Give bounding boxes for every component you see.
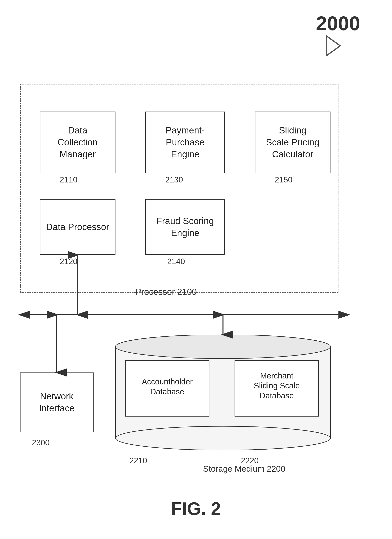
fraud-scoring-engine-box: Fraud ScoringEngine xyxy=(145,199,225,255)
figure-number: 2000 xyxy=(316,12,360,35)
sliding-scale-pricing-box: SlidingScale PricingCalculator xyxy=(255,111,330,173)
merchant-number: 2220 xyxy=(241,456,259,465)
arrow-icon xyxy=(324,34,348,58)
diagram-container: 2000 DataCollectionManager 2110 Payment-… xyxy=(0,0,392,539)
svg-text:Database: Database xyxy=(150,387,184,396)
sliding-scale-pricing-number: 2150 xyxy=(275,175,292,184)
network-interface-box: NetworkInterface xyxy=(20,372,94,432)
data-collection-manager-number: 2110 xyxy=(60,175,77,184)
fraud-scoring-label: Fraud ScoringEngine xyxy=(157,215,214,239)
network-number: 2300 xyxy=(32,438,50,447)
storage-cylinder: Accountholder Database Merchant Sliding … xyxy=(114,335,332,450)
fraud-scoring-number: 2140 xyxy=(167,257,185,266)
svg-point-3 xyxy=(115,335,330,359)
storage-label: Storage Medium 2200 xyxy=(203,464,285,474)
svg-text:Sliding Scale: Sliding Scale xyxy=(254,381,300,390)
payment-purchase-number: 2130 xyxy=(165,175,183,184)
payment-purchase-engine-box: Payment-PurchaseEngine xyxy=(145,111,225,173)
svg-text:Database: Database xyxy=(260,391,294,400)
sliding-scale-pricing-label: SlidingScale PricingCalculator xyxy=(266,125,319,160)
data-collection-manager-label: DataCollectionManager xyxy=(57,125,98,160)
data-processor-number: 2120 xyxy=(60,257,77,266)
svg-text:Accountholder: Accountholder xyxy=(142,377,193,386)
figure-caption: FIG. 2 xyxy=(171,499,221,519)
svg-text:Merchant: Merchant xyxy=(260,371,293,380)
payment-purchase-label: Payment-PurchaseEngine xyxy=(150,125,220,160)
processor-label: Processor 2100 xyxy=(135,287,197,297)
network-interface-label: NetworkInterface xyxy=(39,390,75,414)
accountholder-number: 2210 xyxy=(129,456,147,465)
data-processor-box: Data Processor xyxy=(40,199,115,255)
svg-point-2 xyxy=(115,426,330,450)
data-processor-label: Data Processor xyxy=(46,221,109,233)
data-collection-manager-box: DataCollectionManager xyxy=(40,111,115,173)
svg-marker-0 xyxy=(326,36,340,56)
